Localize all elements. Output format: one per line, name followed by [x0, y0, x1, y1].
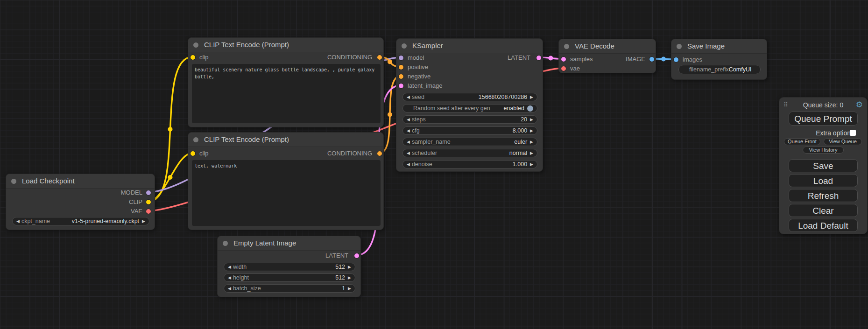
node-header[interactable]: Empty Latent Image	[218, 236, 360, 251]
steps-widget[interactable]: steps 20	[402, 115, 537, 124]
node-header[interactable]: VAE Decode	[559, 39, 656, 54]
link-midpoint-dot[interactable]	[549, 56, 553, 61]
increment-arrow-icon[interactable]	[348, 265, 351, 269]
node-empty-latent-image[interactable]: Empty Latent Image LATENT width 512 heig…	[217, 236, 361, 297]
seed-widget[interactable]: seed 156680208700286	[402, 93, 537, 101]
collapse-dot-icon[interactable]	[11, 179, 16, 184]
random-seed-toggle-widget[interactable]: Random seed after every gen enabled	[402, 104, 537, 112]
increment-arrow-icon[interactable]	[142, 219, 145, 224]
collapse-dot-icon[interactable]	[223, 241, 228, 246]
queue-front-button[interactable]: Queue Front	[784, 138, 820, 145]
input-port-clip[interactable]	[191, 151, 195, 156]
link-midpoint-dot[interactable]	[661, 57, 666, 62]
height-widget[interactable]: height 512	[224, 273, 355, 282]
refresh-button[interactable]: Refresh	[789, 189, 858, 202]
decrement-arrow-icon[interactable]	[407, 118, 410, 122]
output-port-conditioning[interactable]	[377, 55, 382, 60]
output-port-latent[interactable]	[354, 253, 359, 258]
widget-label: height	[233, 274, 249, 281]
ckpt-name-widget[interactable]: ckpt_name v1-5-pruned-emaonly.ckpt	[12, 217, 149, 225]
output-port-model[interactable]	[146, 190, 151, 195]
load-button[interactable]: Load	[789, 174, 858, 187]
input-port-negative[interactable]	[399, 74, 403, 79]
link-midpoint-dot[interactable]	[388, 112, 392, 117]
input-port-latent-image[interactable]	[399, 84, 403, 88]
cfg-widget[interactable]: cfg 8.000	[402, 126, 537, 135]
node-title: Empty Latent Image	[233, 239, 296, 247]
increment-arrow-icon[interactable]	[530, 95, 533, 99]
settings-gear-icon[interactable]: ⚙	[856, 100, 863, 110]
input-port-clip[interactable]	[191, 55, 195, 60]
node-clip-text-encode-negative[interactable]: CLIP Text Encode (Prompt) clip CONDITION…	[188, 132, 384, 230]
increment-arrow-icon[interactable]	[530, 118, 533, 122]
output-port-latent[interactable]	[536, 56, 541, 60]
save-button[interactable]: Save	[789, 159, 858, 172]
increment-arrow-icon[interactable]	[348, 276, 351, 280]
widget-label: seed	[412, 94, 424, 100]
decrement-arrow-icon[interactable]	[407, 129, 410, 133]
output-port-image[interactable]	[649, 57, 654, 62]
filename-prefix-widget[interactable]: filename_prefix ComfyUI	[678, 65, 761, 74]
output-port-conditioning[interactable]	[377, 151, 382, 156]
input-label-samples: samples	[570, 56, 593, 63]
widget-value: ComfyUI	[729, 66, 752, 73]
view-history-button[interactable]: View History	[803, 147, 844, 154]
prompt-textarea[interactable]: text, watermark	[192, 160, 381, 226]
prompt-textarea[interactable]: beautiful scenery nature glass bottle la…	[192, 64, 381, 123]
link-midpoint-dot[interactable]	[168, 127, 173, 132]
widget-label: filename_prefix	[689, 66, 729, 73]
collapse-dot-icon[interactable]	[564, 44, 569, 49]
input-port-images[interactable]	[674, 57, 678, 62]
increment-arrow-icon[interactable]	[530, 151, 533, 155]
node-clip-text-encode-positive[interactable]: CLIP Text Encode (Prompt) clip CONDITION…	[188, 37, 384, 127]
input-port-samples[interactable]	[561, 57, 566, 62]
increment-arrow-icon[interactable]	[348, 287, 351, 291]
decrement-arrow-icon[interactable]	[228, 287, 231, 291]
batch-size-widget[interactable]: batch_size 1	[224, 284, 355, 293]
output-port-vae[interactable]	[146, 209, 151, 214]
node-ksampler[interactable]: KSampler model positive negative latent_…	[396, 38, 543, 172]
scheduler-widget[interactable]: scheduler normal	[402, 149, 537, 157]
collapse-dot-icon[interactable]	[677, 44, 682, 49]
node-header[interactable]: KSampler	[396, 39, 543, 53]
node-save-image[interactable]: Save Image images filename_prefix ComfyU…	[671, 39, 767, 80]
toggle-circle-icon[interactable]	[527, 105, 533, 112]
increment-arrow-icon[interactable]	[530, 129, 533, 133]
node-title: CLIP Text Encode (Prompt)	[204, 41, 289, 49]
decrement-arrow-icon[interactable]	[16, 219, 20, 224]
width-widget[interactable]: width 512	[224, 263, 355, 271]
node-load-checkpoint[interactable]: Load Checkpoint MODEL CLIP VAE ckpt_name…	[6, 174, 155, 230]
node-header[interactable]: CLIP Text Encode (Prompt)	[188, 133, 383, 147]
decrement-arrow-icon[interactable]	[407, 95, 410, 99]
view-queue-button[interactable]: View Queue	[824, 138, 862, 145]
collapse-dot-icon[interactable]	[402, 43, 407, 49]
output-port-clip[interactable]	[146, 200, 151, 204]
decrement-arrow-icon[interactable]	[407, 151, 410, 155]
decrement-arrow-icon[interactable]	[407, 162, 410, 167]
decrement-arrow-icon[interactable]	[228, 276, 231, 280]
denoise-widget[interactable]: denoise 1.000	[402, 160, 537, 168]
link-midpoint-dot[interactable]	[168, 175, 173, 180]
queue-prompt-button[interactable]: Queue Prompt	[789, 112, 858, 126]
link-midpoint-dot[interactable]	[388, 60, 392, 64]
node-header[interactable]: CLIP Text Encode (Prompt)	[188, 38, 383, 52]
widget-value: v1-5-pruned-emaonly.ckpt	[72, 218, 139, 224]
node-header[interactable]: Save Image	[671, 39, 767, 54]
decrement-arrow-icon[interactable]	[228, 265, 231, 269]
increment-arrow-icon[interactable]	[530, 162, 533, 167]
clear-button[interactable]: Clear	[789, 204, 858, 217]
input-port-positive[interactable]	[399, 65, 403, 70]
sampler-name-widget[interactable]: sampler_name euler	[402, 138, 537, 146]
input-port-vae[interactable]	[561, 66, 566, 71]
output-label-vae: VAE	[131, 208, 142, 215]
node-vae-decode[interactable]: VAE Decode samples vae IMAGE	[558, 39, 656, 73]
extra-options-checkbox[interactable]	[850, 130, 856, 136]
load-default-button[interactable]: Load Default	[789, 219, 858, 232]
increment-arrow-icon[interactable]	[530, 140, 533, 144]
collapse-dot-icon[interactable]	[193, 137, 198, 142]
collapse-dot-icon[interactable]	[193, 42, 198, 48]
decrement-arrow-icon[interactable]	[407, 140, 410, 144]
queue-size-label: Queue size: 0	[779, 101, 867, 109]
input-port-model[interactable]	[399, 56, 403, 60]
node-header[interactable]: Load Checkpoint	[6, 174, 155, 189]
